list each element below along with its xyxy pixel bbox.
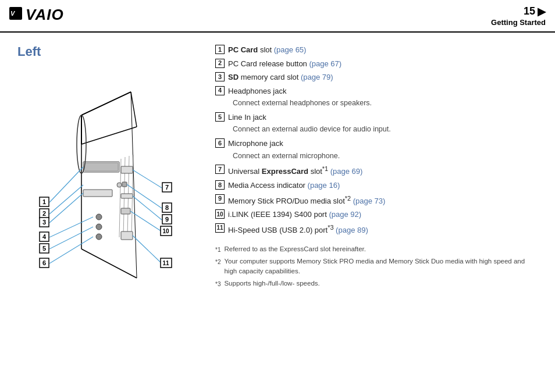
svg-line-28: [49, 167, 83, 202]
list-item: 9 Memory Stick PRO/Duo media slot*2 (pag…: [215, 194, 538, 207]
svg-line-32: [49, 227, 93, 249]
svg-line-33: [49, 237, 93, 263]
svg-text:3: 3: [42, 219, 46, 226]
svg-text:10: 10: [162, 228, 169, 234]
item-num-2: 2: [215, 59, 225, 68]
page-num-value: 15: [524, 5, 535, 17]
item-num-5: 5: [215, 112, 225, 122]
item-num-11: 11: [215, 223, 225, 233]
item-desc-2: PC Card release button (page 67): [228, 58, 341, 70]
header-right: 15 ▶ Getting Started: [491, 5, 546, 27]
svg-rect-18: [83, 190, 112, 197]
item-desc-11: Hi-Speed USB (USB 2.0) port*3 (page 89): [228, 223, 368, 236]
item-num-1: 1: [215, 45, 225, 54]
logo-area: V VAIO: [9, 5, 73, 27]
list-item: 11 Hi-Speed USB (USB 2.0) port*3 (page 8…: [215, 223, 538, 236]
svg-rect-24: [121, 194, 133, 198]
svg-line-31: [49, 217, 93, 237]
item-num-4: 4: [215, 86, 225, 95]
left-column: Left: [17, 44, 204, 319]
list-item: 10 i.LINK (IEEE 1394) S400 port (page 92…: [215, 209, 538, 220]
list-item: 4 Headphones jack: [215, 85, 538, 97]
svg-text:8: 8: [165, 204, 169, 211]
svg-line-7: [81, 92, 131, 115]
list-item-sub-5: Connect an external audio device for aud…: [233, 124, 538, 135]
right-column: 1 PC Card slot (page 65) 2 PC Card relea…: [215, 44, 538, 319]
link-11[interactable]: (page 89): [336, 226, 368, 234]
svg-rect-26: [121, 231, 133, 240]
item-desc-7: Universal ExpressCard slot*1 (page 69): [228, 164, 362, 177]
link-10[interactable]: (page 92): [329, 210, 361, 219]
link-8[interactable]: (page 16): [308, 181, 340, 190]
item-num-9: 9: [215, 194, 225, 204]
item-num-7: 7: [215, 165, 225, 174]
item-desc-3: SD memory card slot (page 79): [228, 72, 333, 83]
page-number: 15 ▶: [491, 5, 546, 18]
svg-line-38: [133, 236, 162, 263]
list-item: 2 PC Card release button (page 67): [215, 58, 538, 70]
svg-rect-25: [121, 208, 130, 214]
footnote-text-3: Supports high-/full-/low- speeds.: [224, 279, 319, 288]
list-item: 5 Line In jack: [215, 112, 538, 123]
item-desc-6: Microphone jack: [228, 138, 283, 149]
footnote-num-3: *3: [215, 280, 220, 288]
svg-text:11: 11: [162, 260, 169, 266]
link-9[interactable]: (page 73): [353, 197, 386, 205]
svg-point-21: [96, 234, 102, 240]
link-1[interactable]: (page 65): [274, 45, 307, 54]
list-item-sub-6: Connect an external microphone.: [233, 151, 538, 162]
footnote-1: *1 Referred to as the ExpressCard slot h…: [215, 244, 538, 254]
item-list: 1 PC Card slot (page 65) 2 PC Card relea…: [215, 44, 538, 236]
item-num-6: 6: [215, 138, 225, 148]
diagram-container: 1 2 3 4 5 6 7: [17, 69, 192, 319]
page-arrow: ▶: [538, 5, 546, 18]
svg-point-17: [117, 183, 122, 187]
item-desc-1: PC Card slot (page 65): [228, 44, 306, 56]
device-diagram: 1 2 3 4 5 6 7: [17, 69, 192, 319]
svg-rect-16: [84, 163, 118, 171]
link-3[interactable]: (page 79): [301, 73, 333, 81]
svg-text:2: 2: [42, 210, 46, 217]
list-item: 3 SD memory card slot (page 79): [215, 72, 538, 83]
svg-rect-23: [122, 182, 127, 187]
footnote-num-2: *2: [215, 258, 220, 266]
item-desc-9: Memory Stick PRO/Duo media slot*2 (page …: [228, 194, 385, 207]
item-desc-8: Media Access indicator (page 16): [228, 180, 340, 191]
footnote-text-1: Referred to as the ExpressCard slot here…: [224, 244, 366, 254]
svg-text:1: 1: [42, 198, 46, 205]
svg-rect-22: [121, 166, 133, 173]
svg-text:4: 4: [42, 233, 47, 240]
footnote-2: *2 Your computer supports Memory Stick P…: [215, 256, 538, 277]
main-content: Left: [0, 33, 555, 325]
item-desc-5: Line In jack: [228, 112, 266, 123]
svg-line-9: [81, 127, 137, 144]
footnote-num-1: *1: [215, 245, 220, 254]
item-desc-4: Headphones jack: [228, 85, 286, 97]
svg-text:5: 5: [42, 245, 46, 252]
svg-line-5: [81, 249, 137, 278]
svg-line-29: [49, 185, 83, 214]
item-desc-10: i.LINK (IEEE 1394) S400 port (page 92): [228, 209, 361, 220]
item-num-10: 10: [215, 209, 225, 219]
item-num-8: 8: [215, 180, 225, 190]
svg-text:9: 9: [165, 216, 169, 223]
list-item: 6 Microphone jack: [215, 138, 538, 149]
vaio-logo: V VAIO: [9, 5, 73, 27]
svg-text:6: 6: [42, 259, 46, 266]
footnote-section: *1 Referred to as the ExpressCard slot h…: [215, 244, 538, 289]
item-num-3: 3: [215, 72, 225, 81]
section-title: Left: [17, 44, 204, 59]
link-7[interactable]: (page 69): [330, 168, 363, 176]
list-item: 1 PC Card slot (page 65): [215, 44, 538, 56]
list-item: 7 Universal ExpressCard slot*1 (page 69): [215, 164, 538, 177]
svg-text:VAIO: VAIO: [26, 6, 64, 23]
footnote-text-2: Your computer supports Memory Stick PRO …: [224, 256, 538, 277]
svg-line-34: [133, 170, 162, 188]
link-2[interactable]: (page 67): [309, 59, 341, 68]
footnote-3: *3 Supports high-/full-/low- speeds.: [215, 279, 538, 288]
svg-line-36: [133, 196, 162, 220]
header: V VAIO 15 ▶ Getting Started: [0, 0, 555, 33]
list-item-sub-4: Connect external headphones or speakers.: [233, 98, 538, 109]
getting-started-label: Getting Started: [491, 18, 546, 27]
svg-point-20: [96, 224, 102, 230]
